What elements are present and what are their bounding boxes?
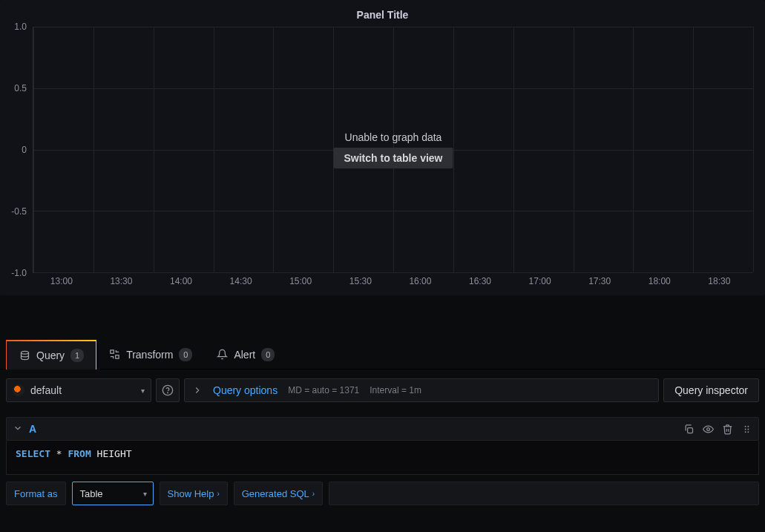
tab-label: Alert bbox=[234, 349, 255, 361]
svg-point-7 bbox=[744, 425, 746, 427]
sql-star: * bbox=[56, 448, 62, 459]
sql-keyword: FROM bbox=[68, 448, 91, 459]
graph-error: Unable to graph data Switch to table vie… bbox=[333, 131, 453, 168]
graph-panel: Panel Title 1.0 0.5 0 -0.5 -1.0 bbox=[0, 0, 765, 295]
chevron-down-icon: ▾ bbox=[143, 490, 147, 498]
x-tick: 18:00 bbox=[649, 276, 671, 286]
y-tick: 0 bbox=[22, 145, 27, 155]
x-tick: 14:30 bbox=[230, 276, 252, 286]
show-help-button[interactable]: Show Help › bbox=[160, 482, 228, 505]
chevron-down-icon: ▾ bbox=[141, 387, 145, 395]
tab-transform[interactable]: Transform 0 bbox=[96, 341, 204, 369]
graph-error-text: Unable to graph data bbox=[333, 131, 453, 143]
query-row-actions bbox=[683, 423, 752, 435]
x-tick: 15:00 bbox=[289, 276, 312, 286]
datasource-picker[interactable]: default ▾ bbox=[6, 378, 151, 402]
svg-rect-2 bbox=[115, 355, 118, 358]
format-selected: Table bbox=[80, 488, 103, 499]
question-circle-icon bbox=[162, 384, 174, 396]
x-axis: 13:00 13:30 14:00 14:30 15:00 15:30 16:0… bbox=[33, 275, 753, 288]
x-tick: 13:30 bbox=[110, 276, 132, 286]
svg-point-0 bbox=[21, 351, 28, 354]
datasource-help-button[interactable] bbox=[156, 378, 180, 402]
svg-point-8 bbox=[747, 425, 749, 427]
tabs: Query 1 Transform 0 Alert 0 bbox=[0, 340, 765, 370]
x-tick: 16:30 bbox=[469, 276, 491, 286]
tab-alert[interactable]: Alert 0 bbox=[204, 341, 286, 369]
chevron-right-icon bbox=[192, 385, 203, 395]
sql-keyword: SELECT bbox=[16, 448, 50, 459]
tab-badge: 1 bbox=[70, 349, 84, 362]
query-options-link[interactable]: Query options bbox=[213, 384, 278, 396]
svg-rect-1 bbox=[111, 350, 114, 353]
datasource-logo-icon bbox=[13, 384, 24, 396]
svg-point-9 bbox=[744, 428, 746, 430]
format-as-label: Format as bbox=[6, 482, 66, 505]
eye-icon bbox=[703, 424, 714, 435]
bell-icon bbox=[216, 349, 228, 361]
query-ref-id[interactable]: A bbox=[29, 423, 36, 435]
x-tick: 18:30 bbox=[708, 276, 730, 286]
svg-point-4 bbox=[168, 393, 168, 393]
x-tick: 17:30 bbox=[588, 276, 611, 286]
spacer bbox=[329, 482, 759, 505]
svg-point-11 bbox=[744, 431, 746, 433]
drag-handle[interactable] bbox=[741, 423, 752, 435]
tab-badge: 0 bbox=[261, 348, 275, 361]
sql-editor[interactable]: SELECT * FROM HEIGHT bbox=[6, 441, 759, 475]
y-tick: 0.5 bbox=[14, 83, 27, 93]
switch-table-button[interactable]: Switch to table view bbox=[333, 148, 453, 168]
y-tick: -1.0 bbox=[11, 268, 27, 278]
x-tick: 17:00 bbox=[529, 276, 551, 286]
datasource-name: default bbox=[30, 384, 141, 396]
format-as-select[interactable]: Table ▾ bbox=[72, 482, 154, 505]
x-tick: 15:30 bbox=[349, 276, 372, 286]
query-inspector-button[interactable]: Query inspector bbox=[663, 378, 759, 402]
svg-point-10 bbox=[747, 428, 749, 430]
y-axis: 1.0 0.5 0 -0.5 -1.0 bbox=[3, 27, 31, 273]
x-tick: 16:00 bbox=[409, 276, 431, 286]
query-options-md: MD = auto = 1371 bbox=[288, 385, 359, 395]
query-options-interval: Interval = 1m bbox=[370, 385, 421, 395]
collapse-toggle[interactable] bbox=[13, 423, 26, 436]
tab-label: Transform bbox=[126, 349, 173, 361]
x-tick: 13:00 bbox=[50, 276, 73, 286]
query-toolbar: default ▾ Query options MD = auto = 1371… bbox=[0, 370, 765, 411]
tab-label: Query bbox=[36, 349, 65, 361]
svg-point-6 bbox=[706, 427, 709, 430]
grip-icon bbox=[741, 424, 752, 435]
chart-area: 1.0 0.5 0 -0.5 -1.0 Unabl bbox=[3, 27, 762, 288]
svg-point-12 bbox=[747, 431, 749, 433]
trash-icon bbox=[722, 424, 733, 435]
chevron-right-icon: › bbox=[217, 490, 219, 498]
copy-icon bbox=[683, 424, 695, 435]
y-tick: -0.5 bbox=[11, 206, 27, 217]
svg-rect-5 bbox=[687, 427, 692, 433]
panel-title: Panel Title bbox=[0, 6, 765, 24]
transform-icon bbox=[108, 349, 120, 361]
database-icon bbox=[19, 349, 30, 361]
query-options-bar[interactable]: Query options MD = auto = 1371 Interval … bbox=[184, 378, 659, 402]
delete-query-button[interactable] bbox=[721, 423, 733, 435]
chevron-right-icon: › bbox=[312, 490, 315, 498]
duplicate-query-button[interactable] bbox=[683, 423, 695, 435]
sql-table: HEIGHT bbox=[97, 448, 132, 459]
toggle-visibility-button[interactable] bbox=[702, 423, 714, 435]
query-row-header: A bbox=[6, 417, 759, 441]
plot-area[interactable]: Unable to graph data Switch to table vie… bbox=[33, 27, 753, 273]
generated-sql-button[interactable]: Generated SQL › bbox=[234, 482, 323, 505]
y-tick: 1.0 bbox=[14, 22, 27, 32]
tab-badge: 0 bbox=[179, 348, 192, 361]
tab-query[interactable]: Query 1 bbox=[6, 340, 96, 370]
query-editor-section: Query 1 Transform 0 Alert 0 default ▾ bbox=[0, 340, 765, 506]
x-tick: 14:00 bbox=[170, 276, 192, 286]
format-row: Format as Table ▾ Show Help › Generated … bbox=[6, 481, 759, 506]
